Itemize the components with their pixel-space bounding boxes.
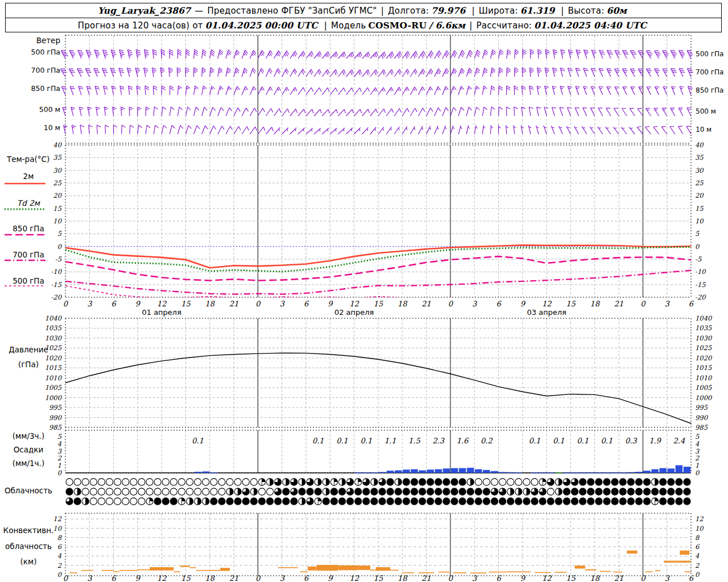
svg-text:15: 15 [566, 574, 576, 582]
svg-text:9: 9 [135, 574, 141, 582]
svg-text:9: 9 [520, 574, 526, 582]
wind-level-label-500hpa: 500 гПа [0, 48, 60, 56]
svg-text:0.1: 0.1 [577, 436, 589, 445]
svg-text:4: 4 [57, 552, 62, 560]
svg-text:1030: 1030 [695, 334, 713, 342]
wind-panel-title: Ветер [0, 36, 60, 45]
wind-level-label-10m: 10 м [0, 123, 60, 132]
pressure-panel-units: (гПа) [0, 360, 57, 369]
cloud-panel-title: Облачность [0, 487, 57, 495]
svg-text:6: 6 [111, 300, 117, 308]
svg-text:15: 15 [695, 205, 704, 213]
precip-3h-value-labels: 0.10.10.10.11.11.52.31.60.20.10.10.10.10… [192, 436, 685, 445]
svg-text:12: 12 [695, 515, 704, 523]
svg-text:1020: 1020 [695, 354, 713, 362]
pressure-panel-title: Давление [0, 346, 57, 354]
svg-text:1.9: 1.9 [649, 436, 661, 445]
svg-text:-10: -10 [695, 268, 706, 276]
svg-text:850 гПа: 850 гПа [696, 86, 723, 94]
svg-text:6: 6 [304, 574, 309, 582]
temp-legend-500hpa: 500 гПа [0, 277, 57, 285]
svg-text:5: 5 [57, 230, 62, 238]
svg-text:9: 9 [328, 574, 333, 582]
svg-text:-20: -20 [695, 293, 706, 301]
meteogram-page: { "header": { "station": "Yug_Laryak_238… [0, 0, 728, 582]
svg-text:990: 990 [49, 414, 63, 422]
svg-text:18: 18 [205, 574, 216, 582]
svg-text:0: 0 [255, 300, 261, 308]
svg-text:0: 0 [448, 574, 454, 582]
svg-text:500 м: 500 м [696, 107, 716, 115]
svg-text:3: 3 [695, 447, 700, 455]
svg-text:5: 5 [695, 230, 700, 238]
svg-text:21: 21 [614, 574, 624, 582]
svg-text:985: 985 [49, 423, 62, 431]
svg-text:9: 9 [520, 300, 526, 308]
meteogram-plot: 40403535303025252020151510105500-5-5-10-… [0, 0, 728, 582]
svg-text:3: 3 [472, 300, 478, 308]
svg-text:01 апреля: 01 апреля [142, 308, 181, 317]
svg-text:1: 1 [695, 462, 699, 469]
svg-text:4: 4 [57, 440, 62, 448]
svg-text:15: 15 [374, 300, 383, 308]
svg-text:3: 3 [87, 574, 93, 582]
convective-title-line3: (км) [0, 558, 57, 566]
svg-text:1035: 1035 [695, 324, 712, 332]
svg-text:35: 35 [53, 153, 61, 161]
wind-barbs-row-2 [61, 68, 693, 77]
svg-text:12: 12 [349, 574, 359, 582]
svg-text:-20: -20 [51, 293, 62, 301]
svg-text:0.1: 0.1 [192, 436, 204, 445]
svg-text:4: 4 [695, 440, 700, 448]
convective-bars [69, 551, 691, 573]
svg-text:12: 12 [157, 574, 167, 582]
svg-text:0: 0 [57, 571, 63, 579]
svg-text:6: 6 [57, 543, 63, 551]
svg-text:1010: 1010 [45, 374, 63, 382]
svg-text:4: 4 [695, 552, 700, 560]
svg-text:21: 21 [614, 300, 624, 308]
svg-text:8: 8 [57, 534, 63, 542]
svg-text:6: 6 [304, 300, 309, 308]
svg-text:2.3: 2.3 [432, 436, 445, 445]
svg-text:1: 1 [57, 462, 61, 469]
svg-text:0.1: 0.1 [601, 436, 613, 445]
wind-level-label-700hpa: 700 гПа [0, 66, 60, 74]
svg-text:9: 9 [135, 300, 141, 308]
svg-text:6: 6 [111, 574, 117, 582]
svg-text:0.1: 0.1 [361, 436, 373, 445]
svg-text:995: 995 [695, 404, 708, 411]
svg-text:6: 6 [689, 300, 694, 308]
svg-text:5: 5 [57, 433, 62, 440]
svg-text:15: 15 [181, 300, 191, 308]
svg-text:10: 10 [53, 217, 62, 225]
convective-title-line1: Конвективн. [0, 526, 57, 535]
svg-text:10: 10 [695, 217, 704, 225]
svg-text:1015: 1015 [695, 364, 712, 372]
precip-units-1h: (мм/1ч.) [0, 459, 57, 468]
svg-text:1040: 1040 [695, 314, 713, 322]
svg-text:12: 12 [157, 300, 167, 308]
svg-text:1030: 1030 [45, 334, 63, 342]
svg-text:12: 12 [542, 574, 552, 582]
wind-barbs-row-3 [61, 86, 693, 95]
svg-text:3: 3 [87, 300, 93, 308]
svg-text:6: 6 [496, 300, 502, 308]
svg-text:1.5: 1.5 [408, 436, 420, 445]
svg-text:6: 6 [689, 574, 694, 582]
precip-bars [194, 465, 690, 473]
wind-level-labels-right: 500 гПа700 гПа850 гПа500 м10 м [696, 50, 723, 134]
svg-text:6: 6 [496, 574, 502, 582]
svg-text:20: 20 [695, 192, 704, 199]
svg-text:1025: 1025 [695, 344, 712, 352]
svg-text:40: 40 [53, 141, 62, 149]
svg-text:35: 35 [695, 153, 704, 161]
cloud-symbol-row-1 [66, 479, 690, 485]
svg-text:12: 12 [542, 300, 552, 308]
wind-barbs-row-5 [64, 125, 691, 134]
svg-text:2: 2 [57, 562, 62, 569]
svg-text:0.1: 0.1 [336, 436, 348, 445]
svg-text:9: 9 [328, 300, 333, 308]
svg-text:0: 0 [63, 300, 69, 308]
svg-text:2: 2 [695, 454, 700, 462]
